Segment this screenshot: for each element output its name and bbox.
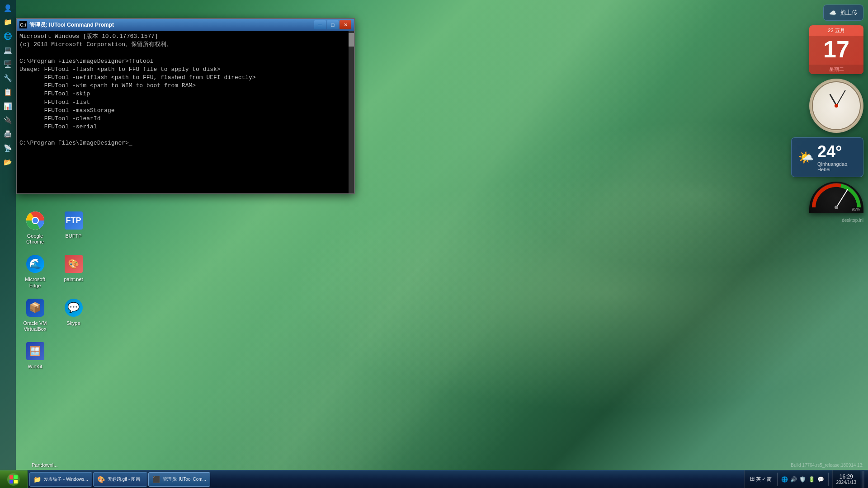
- winkit-icon-img: 🪟: [26, 342, 44, 360]
- admin-icon-printer[interactable]: 🖨️: [2, 128, 14, 141]
- admin-icon-chart[interactable]: 📊: [2, 100, 14, 113]
- upload-widget[interactable]: ☁️ 抱上传: [823, 5, 863, 21]
- admin-icon-computer[interactable]: 💻: [2, 44, 14, 56]
- admin-icon-signal[interactable]: 📡: [2, 142, 14, 155]
- admin-sidebar: 👤 📁 🌐 💻 🖥️ 🔧 📋 📊 🔌 🖨️ 📡 📂: [0, 0, 16, 470]
- desktop-icons-col1: Google Chrome FTP BUFTP 🌊 Microsoft Edge…: [18, 208, 90, 371]
- desktop-icon-chrome[interactable]: Google Chrome: [18, 208, 52, 247]
- windows-logo-icon: [9, 475, 18, 483]
- cmd-content: Microsoft Windows [版本 10.0.17763.1577] (…: [17, 31, 354, 193]
- taskbar-gif-icon: 🎨: [97, 476, 105, 483]
- taskbar-gif-label: 无标题.gif - 图画: [108, 476, 140, 483]
- system-tray: 田 英 ✓ 简 🌐 🔊 🛡️ 🔋 💬 16:29 2024/1/13: [744, 470, 868, 488]
- taskbar: 📁 发表钻子 - Windows... 🎨 无标题.gif - 图画 ⬛ 管理员…: [0, 470, 868, 488]
- chrome-icon-label: Google Chrome: [20, 233, 50, 245]
- cmd-minimize-button[interactable]: ─: [314, 20, 326, 29]
- taskbar-explorer-icon: 📁: [33, 476, 41, 483]
- admin-icon-folder[interactable]: 📁: [2, 16, 14, 28]
- weather-widget: 🌤️ 24° Qinhuangdao, Hebei: [791, 137, 863, 177]
- cmd-controls[interactable]: ─ □ ✕: [314, 20, 351, 29]
- desktop-icon-virtualbox[interactable]: 📦 Oracle VM VirtualBox: [18, 295, 52, 334]
- tray-icon-network[interactable]: 🌐: [781, 476, 788, 483]
- cmd-line-13: [19, 131, 346, 139]
- weather-city: Qinhuangdao, Hebei: [817, 161, 857, 172]
- desktop-icon-edge[interactable]: 🌊 Microsoft Edge: [18, 251, 52, 290]
- tray-icon-action[interactable]: 💬: [817, 476, 825, 483]
- cmd-window-title: 管理员: IUTool Command Prompt: [29, 21, 114, 29]
- clock-face: [812, 81, 861, 130]
- buftp-icon: FTP: [63, 210, 85, 231]
- ime-area[interactable]: 田 英 ✓ 简: [748, 476, 774, 483]
- svg-point-5: [835, 206, 838, 209]
- desktop-icon-winkit[interactable]: 🪟 WinKit: [18, 338, 52, 371]
- taskbar-item-cmd[interactable]: ⬛ 管理员: IUTool Com...: [148, 472, 210, 487]
- clock-area[interactable]: 16:29 2024/1/13: [832, 470, 860, 488]
- edge-icon-img: 🌊: [26, 255, 44, 273]
- edge-icon: 🌊: [24, 253, 46, 275]
- cmd-scrollbar[interactable]: [349, 31, 354, 193]
- admin-icon-power[interactable]: 🔌: [2, 114, 14, 127]
- lang-label: 英: [756, 476, 761, 483]
- clock-minute-hand: [836, 90, 846, 106]
- paint-icon-label: paint.net: [64, 277, 83, 282]
- taskbar-cmd-label: 管理员: IUTool Com...: [163, 476, 206, 483]
- calendar-day: 17: [809, 36, 863, 65]
- paint-icon-img: 🎨: [65, 255, 83, 273]
- cmd-line-6: FFUTool -uefiflash <path to FFU, flashed…: [19, 74, 346, 82]
- cmd-line-2: (c) 2018 Microsoft Corporation。保留所有权利。: [19, 41, 346, 49]
- weather-icon: 🌤️: [798, 150, 814, 165]
- admin-icon-network[interactable]: 🌐: [2, 30, 14, 42]
- cmd-titlebar[interactable]: C:\ 管理员: IUTool Command Prompt ─ □ ✕: [17, 19, 354, 31]
- desktop-icon-row2: 🌊 Microsoft Edge 🎨 paint.net: [18, 251, 90, 290]
- svg-point-3: [33, 218, 38, 223]
- ime-label: 田: [750, 476, 755, 483]
- build-number: Build 17764.rs5_release.180914 13:: [791, 463, 863, 468]
- cmd-window[interactable]: C:\ 管理员: IUTool Command Prompt ─ □ ✕ Mic…: [16, 18, 355, 194]
- tray-separator-2: [828, 473, 829, 486]
- admin-icon-open-folder[interactable]: 📂: [2, 156, 14, 169]
- ime-check: ✓: [762, 476, 766, 482]
- cmd-line-8: FFUTool -skip: [19, 90, 346, 98]
- show-desktop-button[interactable]: [862, 471, 864, 488]
- speedometer-value: 95%: [852, 207, 860, 211]
- start-button[interactable]: [0, 470, 28, 488]
- cmd-maximize-button[interactable]: □: [327, 20, 339, 29]
- cmd-close-button[interactable]: ✕: [340, 20, 351, 29]
- start-orb: [7, 473, 20, 486]
- desktop-icon-skype[interactable]: 💬 Skype: [57, 295, 90, 334]
- cmd-window-icon: C:\: [19, 21, 27, 28]
- admin-icon-tools[interactable]: 🔧: [2, 72, 14, 84]
- clock-center-dot: [835, 104, 838, 108]
- chrome-icon-svg: [25, 211, 45, 230]
- pandown-label: Pandownl...: [32, 462, 57, 468]
- cmd-line-5: Usage: FFUTool -flash <path to FFU file …: [19, 66, 346, 74]
- svg-rect-6: [9, 475, 13, 479]
- upload-cloud-icon: ☁️: [829, 9, 836, 16]
- cmd-line-9: FFUTool -list: [19, 99, 346, 107]
- desktop-icon-row3: 📦 Oracle VM VirtualBox 💬 Skype: [18, 295, 90, 334]
- admin-icon-user[interactable]: 👤: [2, 2, 14, 14]
- desktop-icon-buftp[interactable]: FTP BUFTP: [57, 208, 90, 247]
- ime-mode: 简: [767, 476, 772, 483]
- taskbar-explorer-label: 发表钻子 - Windows...: [44, 476, 88, 483]
- clock-widget: [809, 79, 863, 133]
- tray-icon-volume[interactable]: 🔊: [790, 476, 797, 483]
- cmd-title-area: C:\ 管理员: IUTool Command Prompt: [19, 21, 114, 29]
- skype-icon-label: Skype: [66, 320, 80, 326]
- tray-icon-security[interactable]: 🛡️: [799, 476, 807, 483]
- admin-icon-monitor[interactable]: 🖥️: [2, 58, 14, 70]
- edge-icon-label: Microsoft Edge: [20, 277, 50, 288]
- taskbar-cmd-icon: ⬛: [152, 476, 160, 483]
- cmd-line-12: FFUTool -serial: [19, 123, 346, 131]
- cmd-line-10: FFUTool -massStorage: [19, 107, 346, 115]
- desktop-icon-paint[interactable]: 🎨 paint.net: [57, 251, 90, 290]
- taskbar-item-explorer[interactable]: 📁 发表钻子 - Windows...: [29, 472, 92, 487]
- calendar-widget[interactable]: 22 五月 17 星期二: [809, 25, 863, 74]
- taskbar-item-gif[interactable]: 🎨 无标题.gif - 图画: [93, 472, 147, 487]
- tray-icon-battery[interactable]: 🔋: [808, 476, 816, 483]
- admin-icon-clipboard[interactable]: 📋: [2, 86, 14, 99]
- paint-icon: 🎨: [63, 253, 85, 275]
- cmd-line-7: FFUTool -wim <path to WIM to boot from R…: [19, 82, 346, 90]
- svg-rect-8: [9, 480, 13, 483]
- cmd-scrollbar-thumb[interactable]: [349, 33, 354, 47]
